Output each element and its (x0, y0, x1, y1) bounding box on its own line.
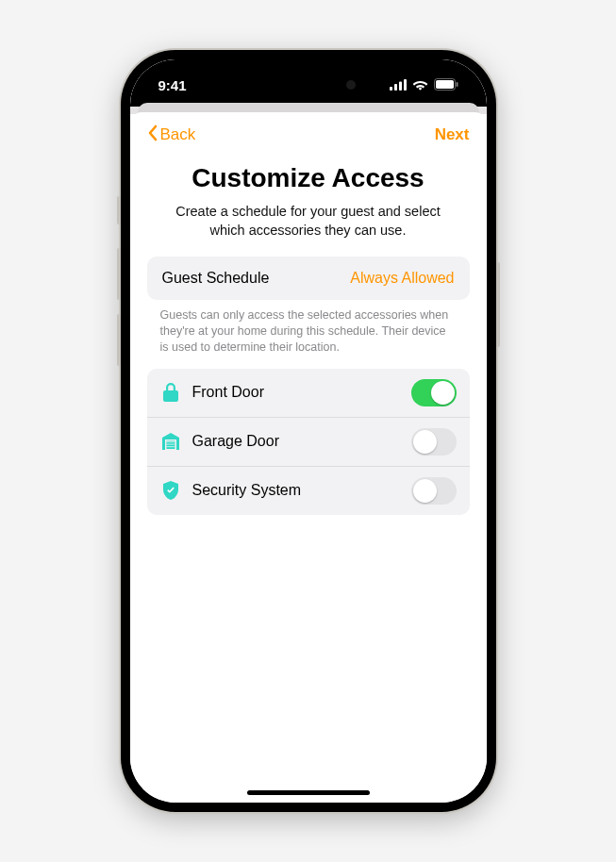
accessory-row-security-system: Security System (147, 466, 470, 515)
svg-rect-3 (404, 79, 407, 91)
battery-icon (434, 77, 458, 93)
sheet: Back Next Customize Access Create a sche… (130, 112, 487, 803)
volume-up-button (117, 248, 121, 300)
shield-check-icon (160, 480, 181, 501)
svg-rect-0 (390, 87, 392, 91)
svg-rect-1 (394, 84, 397, 91)
svg-rect-10 (166, 446, 175, 447)
cellular-icon (390, 77, 407, 93)
toggle-front-door[interactable] (411, 379, 457, 406)
guest-schedule-row[interactable]: Guest Schedule Always Allowed (147, 257, 470, 300)
volume-down-button (117, 314, 121, 366)
status-icons (390, 77, 458, 93)
accessory-label: Garage Door (192, 433, 400, 450)
schedule-help-text: Guests can only access the selected acce… (160, 307, 457, 356)
svg-rect-5 (436, 80, 454, 89)
back-button[interactable]: Back (147, 124, 196, 146)
home-indicator[interactable] (247, 790, 370, 795)
chevron-left-icon (147, 124, 158, 146)
accessory-label: Front Door (192, 384, 400, 401)
page-title: Customize Access (147, 163, 470, 193)
svg-rect-8 (166, 441, 175, 442)
nav-bar: Back Next (147, 112, 470, 157)
mute-switch (117, 196, 121, 224)
next-button[interactable]: Next (435, 125, 470, 144)
svg-rect-2 (399, 81, 402, 91)
screen: 9:41 (130, 59, 487, 803)
page-subtitle: Create a schedule for your guest and sel… (162, 203, 455, 240)
svg-rect-6 (456, 82, 458, 87)
back-label: Back (160, 125, 196, 144)
status-bar: 9:41 (130, 71, 487, 99)
wifi-icon (412, 77, 428, 93)
accessory-row-garage-door: Garage Door (147, 417, 470, 466)
accessory-row-front-door: Front Door (147, 369, 470, 417)
svg-rect-9 (166, 444, 175, 445)
toggle-garage-door[interactable] (411, 428, 457, 456)
status-time: 9:41 (158, 77, 187, 93)
guest-schedule-label: Guest Schedule (162, 270, 270, 287)
accessory-label: Security System (192, 482, 400, 499)
lock-icon (160, 382, 181, 403)
garage-icon (160, 431, 181, 452)
status-area: 9:41 (130, 59, 487, 107)
toggle-security-system[interactable] (411, 477, 457, 505)
power-button (496, 262, 500, 347)
phone-frame: 9:41 (121, 50, 496, 812)
accessory-list: Front Door Garage Door Security System (147, 369, 470, 515)
guest-schedule-value: Always Allowed (350, 270, 454, 287)
